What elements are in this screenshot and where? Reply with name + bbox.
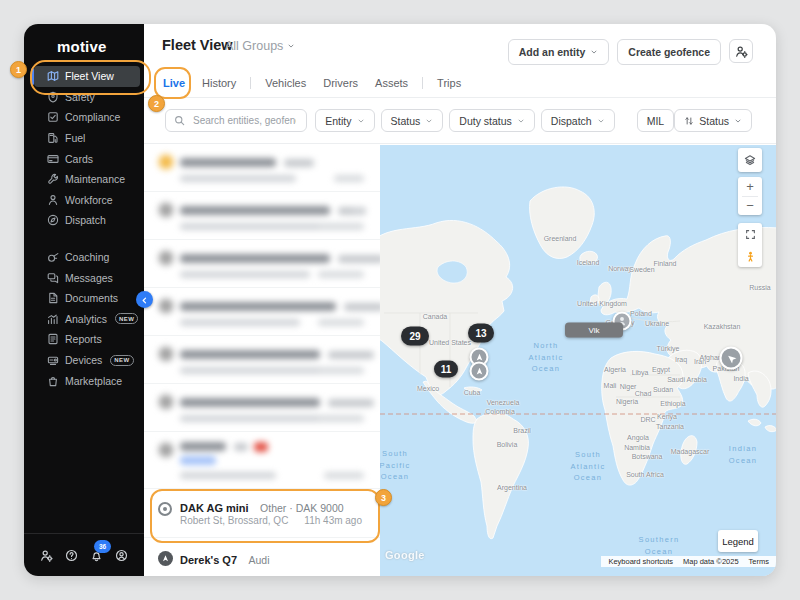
chevron-down-icon: [357, 117, 365, 125]
sidebar-item-label: Safety: [65, 91, 95, 103]
entity-status-icon: [158, 394, 174, 410]
vehicle-marker[interactable]: [470, 362, 489, 381]
sidebar-item-compliance[interactable]: Compliance: [34, 107, 140, 128]
tab-history[interactable]: History: [199, 75, 239, 91]
filter-label: Status: [391, 115, 421, 127]
map-cluster[interactable]: 11: [434, 361, 458, 378]
sidebar-item-analytics[interactable]: AnalyticsNEW: [34, 309, 140, 330]
group-selector-label: All Groups: [225, 39, 283, 53]
entity-meta: Audi: [249, 554, 270, 566]
redacted-text: [318, 223, 364, 230]
filter-duty-status[interactable]: Duty status: [449, 109, 535, 132]
sidebar-item-cards[interactable]: Cards: [34, 148, 140, 169]
entity-status-icon: [158, 442, 174, 458]
filter-status[interactable]: Status: [381, 109, 444, 132]
filter-entity[interactable]: Entity: [315, 109, 374, 132]
redacted-text: [180, 175, 296, 182]
sidebar-item-safety[interactable]: Safety: [34, 87, 140, 108]
zoom-in-button[interactable]: +: [738, 177, 762, 196]
sidebar-item-workforce[interactable]: Workforce: [34, 190, 140, 211]
redacted-text: [180, 302, 336, 311]
footer-bell-button[interactable]: 36: [90, 549, 103, 562]
list-item-redacted[interactable]: [144, 432, 380, 489]
sidebar-item-marketplace[interactable]: Marketplace: [34, 370, 140, 391]
user-settings-button[interactable]: [729, 39, 753, 63]
redacted-text: [180, 442, 226, 451]
tab-separator: [250, 77, 251, 89]
sidebar-footer: 36: [24, 533, 144, 576]
account-icon: [115, 549, 128, 562]
entity-status-icon: [158, 298, 174, 314]
list-item-redacted[interactable]: [144, 144, 380, 192]
map[interactable]: GreenlandIcelandNorwaySwedenFinlandCanad…: [380, 145, 776, 576]
list-item-redacted[interactable]: [144, 336, 380, 384]
redacted-text: [328, 399, 374, 407]
footer-help-button[interactable]: [65, 549, 78, 562]
sidebar-item-fleet-view[interactable]: Fleet View: [34, 66, 140, 87]
tab-drivers[interactable]: Drivers: [320, 75, 361, 91]
add-entity-label: Add an entity: [519, 46, 586, 58]
sidebar-collapse-button[interactable]: [136, 291, 153, 308]
search-box: [165, 109, 307, 132]
entity-list: DAK AG mini Other · DAK 9000 Robert St, …: [144, 144, 380, 576]
fullscreen-button[interactable]: [738, 223, 762, 245]
sidebar-item-devices[interactable]: DevicesNEW: [34, 350, 140, 371]
sidebar-item-coaching[interactable]: Coaching: [34, 247, 140, 268]
redacted-text: [180, 206, 330, 215]
chevron-down-icon: [590, 48, 598, 56]
sort-dropdown[interactable]: Status: [674, 109, 752, 132]
sidebar-item-reports[interactable]: Reports: [34, 329, 140, 350]
footer-user-gear-button[interactable]: [40, 549, 53, 562]
sidebar-item-label: Cards: [65, 153, 93, 165]
list-item-dereks-q7[interactable]: Derek's Q7 Audi: [144, 538, 380, 576]
list-item-redacted[interactable]: [144, 288, 380, 336]
attribution-map-data-2025[interactable]: Map data ©2025: [683, 557, 739, 566]
tab-vehicles[interactable]: Vehicles: [262, 75, 309, 91]
street-view-pegman[interactable]: [738, 245, 762, 267]
redacted-text: [318, 367, 364, 374]
list-item-dak-ag-mini[interactable]: DAK AG mini Other · DAK 9000 Robert St, …: [144, 489, 380, 538]
app-window: motive Fleet ViewSafetyComplianceFuelCar…: [24, 24, 776, 576]
attribution-terms[interactable]: Terms: [749, 557, 769, 566]
sidebar-item-dispatch[interactable]: Dispatch: [34, 210, 140, 231]
sidebar: motive Fleet ViewSafetyComplianceFuelCar…: [24, 24, 144, 576]
add-entity-button[interactable]: Add an entity: [508, 39, 610, 65]
redacted-text: [180, 456, 216, 465]
sidebar-item-documents[interactable]: Documents: [34, 288, 140, 309]
tab-assets[interactable]: Assets: [372, 75, 411, 91]
zoom-out-button[interactable]: −: [738, 197, 762, 216]
map-cluster[interactable]: 29: [401, 327, 429, 346]
filter-dispatch[interactable]: Dispatch: [541, 109, 615, 132]
create-geofence-button[interactable]: Create geofence: [617, 39, 721, 65]
list-item-redacted[interactable]: [144, 240, 380, 288]
map-icon: [47, 70, 59, 82]
legend-button[interactable]: Legend: [718, 530, 758, 552]
active-indicator: [31, 68, 34, 85]
wrench-icon: [47, 173, 59, 185]
chevron-down-icon: [287, 42, 295, 50]
annotation-badge-3: 3: [375, 489, 392, 506]
list-item-redacted[interactable]: [144, 192, 380, 240]
sidebar-item-label: Dispatch: [65, 214, 106, 226]
vehicle-marker[interactable]: [720, 347, 743, 370]
search-input[interactable]: [191, 114, 298, 127]
list-item-redacted[interactable]: [144, 384, 380, 432]
attribution-keyboard-shortcuts[interactable]: Keyboard shortcuts: [608, 557, 673, 566]
sidebar-item-maintenance[interactable]: Maintenance: [34, 169, 140, 190]
map-cluster[interactable]: 13: [468, 324, 494, 343]
map-type-button[interactable]: [738, 148, 762, 172]
tab-live[interactable]: Live: [160, 75, 188, 91]
tab-trips[interactable]: Trips: [434, 75, 464, 91]
group-selector[interactable]: All Groups: [225, 39, 295, 53]
redacted-text: [344, 303, 380, 311]
sidebar-item-messages[interactable]: Messages: [34, 267, 140, 288]
redacted-text: [284, 159, 314, 167]
filter-mil[interactable]: MIL: [637, 109, 675, 132]
footer-account-button[interactable]: [115, 549, 128, 562]
redacted-text: [180, 254, 330, 263]
sidebar-item-fuel[interactable]: Fuel: [34, 128, 140, 149]
sidebar-item-label: Reports: [65, 333, 102, 345]
filter-label: Dispatch: [551, 115, 592, 127]
sidebar-section: Fleet ViewSafetyComplianceFuelCardsMaint…: [24, 66, 144, 231]
redacted-text: [180, 271, 310, 278]
